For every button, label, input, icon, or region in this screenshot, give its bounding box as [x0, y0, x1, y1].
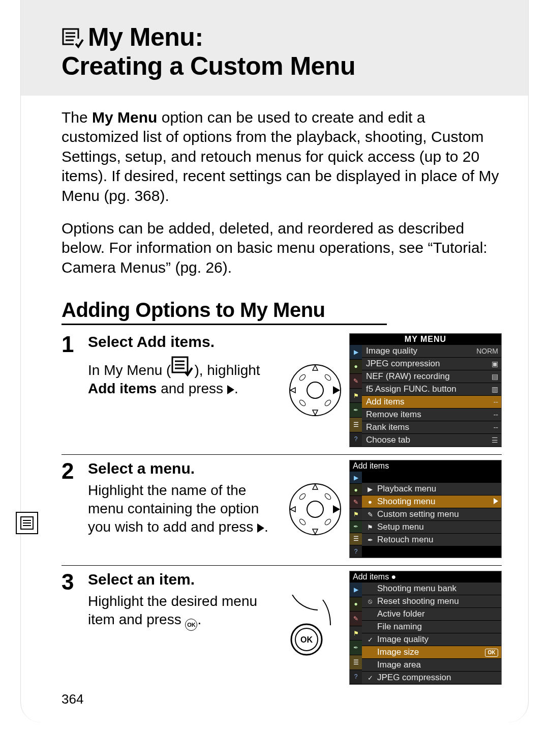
lcd-tab-retouch-icon: ✒ [350, 641, 362, 655]
lcd-row: File naming [362, 621, 501, 633]
lcd-tab-shooting-icon: ● [350, 360, 362, 374]
lcd-row: ✎Custom setting menu [362, 508, 501, 521]
lcd-row-value: -- [494, 423, 498, 431]
lcd-row-value: ▥ [492, 385, 498, 393]
lcd-row-value: ▤ [492, 372, 498, 381]
lcd-tab-help-icon: ? [350, 432, 362, 447]
lcd-tab-retouch-icon: ✒ [350, 521, 362, 533]
lcd-row-icon: ⦸ [366, 597, 374, 605]
lcd-tab-strip: ▶ ● ✎ ⚑ ✒ ☰ ? [350, 583, 362, 684]
lcd-row-label: JPEG compression [366, 359, 440, 369]
svg-point-28 [324, 518, 332, 526]
lcd-row-value: -- [494, 398, 498, 406]
svg-point-17 [298, 399, 307, 407]
lcd-tab-custom-icon: ✎ [350, 374, 362, 389]
lcd-row: ✓JPEG compression [362, 672, 501, 684]
lcd-tab-mymenu-icon: ☰ [350, 418, 362, 432]
lcd-row-label: Image area [377, 660, 421, 670]
svg-marker-14 [333, 386, 340, 394]
lcd-tab-retouch-icon: ✒ [350, 403, 362, 418]
svg-marker-12 [313, 410, 318, 415]
lcd-3-title: Add items ● [350, 571, 501, 583]
sidebar-menu-icon [16, 512, 38, 534]
svg-marker-22 [313, 529, 318, 534]
lcd-tab-setup-icon: ⚑ [350, 626, 362, 641]
lcd-row-icon: ⚑ [366, 524, 374, 531]
lcd-row-icon: ✓ [366, 674, 374, 682]
lcd-row: ✓Image quality [362, 633, 501, 646]
svg-point-18 [324, 399, 332, 407]
lcd-tab-custom-icon: ✎ [350, 612, 362, 626]
step-3-title: Select an item. [88, 571, 272, 588]
svg-marker-21 [313, 484, 318, 489]
lcd-row: Rank items-- [362, 421, 501, 434]
lcd-row-label: Setup menu [377, 522, 424, 532]
multi-selector-dial-icon [287, 481, 343, 537]
lcd-tab-mymenu-icon: ☰ [350, 533, 362, 545]
lcd-tab-help-icon: ? [350, 670, 362, 685]
svg-point-27 [298, 518, 307, 526]
lcd-row-label: Active folder [377, 609, 425, 619]
lcd-tab-playback-icon: ▶ [350, 345, 362, 360]
step-1: 1 Select Add items. In My Menu (), highl… [62, 328, 502, 455]
page-title: My Menu: Creating a Custom Menu [62, 23, 502, 80]
lcd-row-value: NORM [476, 347, 498, 355]
lcd-row-label: Image quality [366, 346, 417, 356]
lcd-row-label: Shooting menu [377, 497, 435, 507]
intro-paragraph-2: Options can be added, deleted, and reord… [62, 219, 502, 277]
lcd-row: Remove items-- [362, 409, 501, 421]
lcd-row: Image sizeOK [362, 646, 501, 659]
svg-point-16 [324, 373, 332, 382]
lcd-tab-setup-icon: ⚑ [350, 509, 362, 521]
lcd-tab-shooting-icon: ● [350, 597, 362, 612]
lcd-2-title: Add items [350, 460, 501, 472]
lcd-row-label: Rank items [366, 422, 409, 432]
lcd-tab-mymenu-icon: ☰ [350, 655, 362, 670]
lcd-row-value [494, 498, 498, 506]
lcd-row-label: File naming [377, 622, 422, 632]
lcd-row: Choose tab☰ [362, 434, 501, 447]
lcd-row-icon: ✎ [366, 511, 374, 518]
lcd-tab-playback-icon: ▶ [350, 472, 362, 484]
lcd-row: Add items-- [362, 396, 501, 409]
my-menu-icon [62, 24, 85, 52]
lcd-row-value: -- [494, 411, 498, 419]
step-2-desc: Highlight the name of the menu containin… [88, 481, 277, 536]
multi-selector-dial-icon [287, 362, 343, 418]
svg-marker-24 [333, 505, 340, 513]
lcd-tab-custom-icon: ✎ [350, 496, 362, 508]
lcd-row-label: Shooting menu bank [377, 584, 456, 594]
lcd-tab-strip: ▶ ● ✎ ⚑ ✒ ☰ ? [350, 472, 362, 558]
intro-paragraph-1: The My Menu option can be used to create… [62, 108, 502, 206]
ok-button-illustration: OK [282, 595, 343, 661]
lcd-row-icon: ✓ [366, 636, 374, 644]
section-heading: Adding Options to My Menu [62, 299, 387, 325]
lcd-row-value: OK [485, 648, 498, 657]
svg-text:OK: OK [300, 635, 313, 644]
lcd-tab-strip: ▶ ● ✎ ⚑ ✒ ☰ ? [350, 345, 362, 447]
lcd-row: Shooting menu bank [362, 583, 501, 595]
right-arrow-icon [257, 524, 264, 533]
lcd-row-label: Image size [377, 647, 419, 657]
lcd-screenshot-3: Add items ● ▶ ● ✎ ⚑ ✒ ☰ ? Shooting menu … [349, 571, 502, 685]
lcd-row-label: Add items [366, 397, 405, 407]
svg-point-20 [307, 501, 323, 517]
lcd-row-label: Remove items [366, 410, 421, 420]
step-number: 2 [62, 460, 81, 558]
lcd-row: JPEG compression▣ [362, 358, 501, 370]
step-2: 2 Select a menu. Highlight the name of t… [62, 455, 502, 566]
lcd-screenshot-1: MY MENU ▶ ● ✎ ⚑ ✒ ☰ ? Image qualityNORMJ… [349, 333, 502, 447]
lcd-row-label: JPEG compression [377, 673, 451, 683]
lcd-row: ●Shooting menu [362, 496, 501, 508]
lcd-row-icon: ▶ [366, 485, 374, 493]
page-number: 364 [62, 691, 83, 707]
step-3-desc: Highlight the desired menu item and pres… [88, 592, 272, 631]
right-caret-icon [494, 498, 498, 504]
lcd-row-label: Playback menu [377, 484, 436, 494]
step-3: 3 Select an item. Highlight the desired … [62, 566, 502, 692]
title-line-1: My Menu: [88, 23, 203, 51]
lcd-tab-setup-icon: ⚑ [350, 389, 362, 403]
step-number: 3 [62, 571, 81, 685]
lcd-row: ⚑Setup menu [362, 521, 501, 534]
my-menu-inline-icon [171, 362, 194, 378]
